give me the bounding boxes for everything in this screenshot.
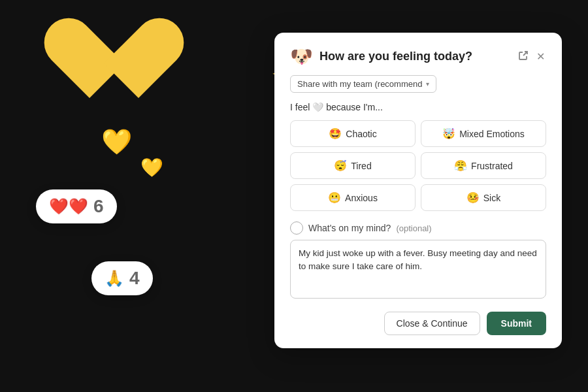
reaction-hearts-pill: ❤️❤️ 6 xyxy=(36,189,117,223)
mixed-label: Mixed Emotions xyxy=(459,129,525,139)
optional-label: (optional) xyxy=(396,223,431,233)
tired-emoji: 😴 xyxy=(334,159,347,172)
mind-label: What's on my mind? xyxy=(308,223,391,233)
emotion-frustrated-button[interactable]: 😤 Frustrated xyxy=(421,152,546,179)
emotion-tired-button[interactable]: 😴 Tired xyxy=(290,152,416,179)
frustrated-label: Frustrated xyxy=(471,161,513,171)
dog-icon: 🐶 xyxy=(290,46,313,67)
speech-bubble-icon xyxy=(290,221,303,235)
close-continue-button[interactable]: Close & Continue xyxy=(384,312,480,335)
hearts-emoji: ❤️❤️ xyxy=(49,197,88,216)
external-link-button[interactable] xyxy=(517,49,530,65)
pray-emoji: 🙏 xyxy=(105,269,124,287)
sick-label: Sick xyxy=(483,193,500,203)
chaotic-emoji: 🤩 xyxy=(329,127,342,140)
share-label: Share with my team (recommend xyxy=(297,79,422,89)
emotion-grid: 🤩 Chaotic 🤯 Mixed Emotions 😴 Tired 😤 Fru… xyxy=(290,120,546,211)
mind-section-header: What's on my mind? (optional) xyxy=(290,221,546,235)
emotion-anxious-button[interactable]: 😬 Anxious xyxy=(290,184,416,211)
i-feel-label: I feel 🤍 because I'm... xyxy=(290,102,546,112)
tired-label: Tired xyxy=(351,161,371,171)
pray-count: 4 xyxy=(129,268,140,289)
feeling-dialog: 🐶 How are you feeling today? ✕ Share wit… xyxy=(274,33,562,348)
emotion-mixed-button[interactable]: 🤯 Mixed Emotions xyxy=(421,120,546,147)
sick-emoji: 🤒 xyxy=(466,191,480,204)
mind-textarea[interactable]: My kid just woke up with a fever. Busy m… xyxy=(290,240,546,299)
emotion-chaotic-button[interactable]: 🤩 Chaotic xyxy=(290,120,416,147)
mixed-emoji: 🤯 xyxy=(442,127,455,140)
dialog-footer: Close & Continue Submit xyxy=(290,312,546,335)
dialog-action-buttons: ✕ xyxy=(517,49,546,65)
small-heart-2: 💛 xyxy=(140,157,163,178)
share-dropdown[interactable]: Share with my team (recommend ▾ xyxy=(290,75,436,93)
dialog-title: How are you feeling today? xyxy=(319,50,517,63)
large-heart-decoration xyxy=(65,20,163,111)
anxious-emoji: 😬 xyxy=(328,191,341,204)
small-heart-1: 💛 xyxy=(101,127,132,156)
hearts-count: 6 xyxy=(93,196,104,217)
chaotic-label: Chaotic xyxy=(346,129,376,139)
dialog-header: 🐶 How are you feeling today? ✕ xyxy=(290,46,546,67)
anxious-label: Anxious xyxy=(345,193,378,203)
submit-button[interactable]: Submit xyxy=(487,312,546,335)
close-dialog-button[interactable]: ✕ xyxy=(535,49,546,64)
emotion-sick-button[interactable]: 🤒 Sick xyxy=(421,184,546,211)
reaction-pray-pill: 🙏 4 xyxy=(91,261,153,295)
chevron-down-icon: ▾ xyxy=(426,80,429,88)
frustrated-emoji: 😤 xyxy=(454,159,467,172)
